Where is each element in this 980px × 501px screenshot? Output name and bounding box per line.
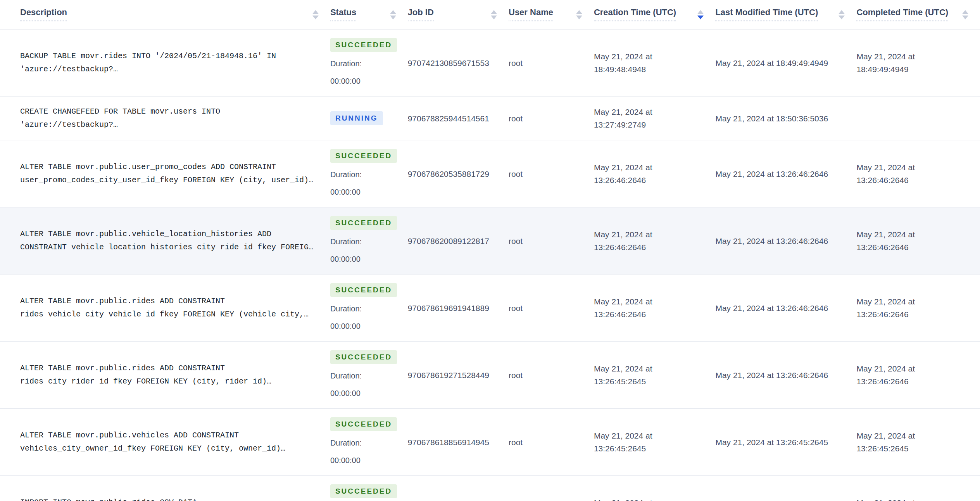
job-duration: Duration: 00:00:00 [330, 437, 396, 467]
job-completed-time: May 21, 2024 at 18:49:49:4949 [856, 50, 980, 76]
job-status-cell: SUCCEEDED Duration: 00:00:00 [330, 38, 408, 88]
job-duration: Duration: 00:00:00 [330, 168, 396, 199]
job-description: CREATE CHANGEFEED FOR TABLE movr.users I… [0, 105, 330, 131]
sort-arrows-icon [491, 10, 497, 19]
job-description: IMPORT INTO movr.public.rides CSV DATA (… [0, 496, 330, 501]
job-id: 970742130859671553 [408, 57, 509, 69]
job-status-cell: SUCCEEDED Duration: 00:00:00 [330, 350, 408, 400]
duration-value: 00:00:00 [330, 253, 396, 266]
job-description: ALTER TABLE movr.public.user_promo_codes… [0, 161, 330, 187]
job-user-name: root [509, 235, 594, 247]
duration-value: 00:00:00 [330, 320, 396, 333]
job-user-name: root [509, 112, 594, 125]
job-user-name: root [509, 436, 594, 449]
job-last-modified-time: May 21, 2024 at 13:26:46:2646 [715, 369, 856, 382]
duration-label: Duration: [330, 370, 396, 382]
column-header-label: Creation Time (UTC) [594, 8, 676, 21]
column-header-label: Last Modified Time (UTC) [715, 8, 818, 21]
job-last-modified-time: May 21, 2024 at 13:26:46:2646 [715, 302, 856, 314]
job-status-cell: SUCCEEDED Duration: 00:00:00 [330, 283, 408, 333]
sort-arrows-icon [839, 10, 845, 19]
job-id: 970678620089122817 [408, 235, 509, 247]
column-header-label: User Name [509, 8, 553, 21]
job-duration: Duration: 00:00:00 [330, 235, 396, 266]
duration-label: Duration: [330, 57, 396, 70]
status-badge: RUNNING [330, 111, 383, 125]
job-completed-time: May 21, 2024 at 13:26:44:2644 [856, 496, 980, 501]
job-description: ALTER TABLE movr.public.vehicle_location… [0, 228, 330, 254]
table-row[interactable]: IMPORT INTO movr.public.rides CSV DATA (… [0, 476, 980, 501]
table-row[interactable]: ALTER TABLE movr.public.rides ADD CONSTR… [0, 342, 980, 409]
job-last-modified-time: May 21, 2024 at 13:26:46:2646 [715, 168, 856, 180]
job-id: 970678825944514561 [408, 112, 509, 125]
status-badge: SUCCEEDED [330, 283, 397, 297]
job-id: 970678619271528449 [408, 369, 509, 382]
duration-value: 00:00:00 [330, 454, 396, 467]
job-last-modified-time: May 21, 2024 at 18:49:49:4949 [715, 57, 856, 69]
job-user-name: root [509, 57, 594, 69]
table-row[interactable]: ALTER TABLE movr.public.vehicles ADD CON… [0, 409, 980, 476]
column-header-label: Status [330, 8, 356, 21]
column-header-last_modified_time[interactable]: Last Modified Time (UTC) [715, 8, 856, 21]
column-header-creation_time[interactable]: Creation Time (UTC) [594, 8, 715, 21]
status-badge: SUCCEEDED [330, 216, 397, 230]
job-completed-time: May 21, 2024 at 13:26:46:2646 [856, 362, 980, 388]
sort-arrows-icon [962, 10, 968, 19]
table-row[interactable]: ALTER TABLE movr.public.vehicle_location… [0, 207, 980, 275]
table-row[interactable]: ALTER TABLE movr.public.rides ADD CONSTR… [0, 275, 980, 342]
job-creation-time: May 21, 2024 at 13:26:43:2643 [594, 496, 715, 501]
job-last-modified-time: May 21, 2024 at 13:26:45:2645 [715, 436, 856, 449]
table-header-row: DescriptionStatusJob IDUser NameCreation… [0, 0, 980, 29]
column-header-label: Completed Time (UTC) [856, 8, 948, 21]
duration-label: Duration: [330, 437, 396, 449]
job-user-name: root [509, 369, 594, 382]
job-duration: Duration: 00:00:00 [330, 57, 396, 88]
job-status-cell: SUCCEEDED Duration: 00:00:00 [330, 216, 408, 266]
job-creation-time: May 21, 2024 at 13:26:46:2646 [594, 161, 715, 187]
job-status-cell: SUCCEEDED Duration: 00:00:00 [330, 417, 408, 467]
job-status-cell: SUCCEEDED Duration: 00:00:00 [330, 484, 408, 501]
job-description: ALTER TABLE movr.public.rides ADD CONSTR… [0, 362, 330, 388]
job-creation-time: May 21, 2024 at 13:26:45:2645 [594, 362, 715, 388]
job-creation-time: May 21, 2024 at 13:26:46:2646 [594, 295, 715, 321]
job-id: 970678620535881729 [408, 168, 509, 180]
column-header-user_name[interactable]: User Name [509, 8, 594, 21]
duration-value: 00:00:00 [330, 186, 396, 199]
job-description: ALTER TABLE movr.public.vehicles ADD CON… [0, 429, 330, 455]
duration-label: Duration: [330, 168, 396, 181]
column-header-description[interactable]: Description [0, 8, 330, 21]
sort-arrows-icon [576, 10, 582, 19]
table-body: BACKUP TABLE movr.rides INTO '/2024/05/2… [0, 29, 980, 501]
job-completed-time: May 21, 2024 at 13:26:46:2646 [856, 161, 980, 187]
job-last-modified-time: May 21, 2024 at 13:26:46:2646 [715, 235, 856, 247]
job-description: ALTER TABLE movr.public.rides ADD CONSTR… [0, 295, 330, 321]
status-badge: SUCCEEDED [330, 38, 397, 52]
job-id: 970678618856914945 [408, 436, 509, 449]
job-creation-time: May 21, 2024 at 18:49:48:4948 [594, 50, 715, 76]
job-duration: Duration: 00:00:00 [330, 370, 396, 400]
duration-value: 00:00:00 [330, 387, 396, 400]
table-row[interactable]: ALTER TABLE movr.public.user_promo_codes… [0, 140, 980, 207]
sort-arrows-icon [390, 10, 396, 19]
job-id: 970678619691941889 [408, 302, 509, 314]
column-header-label: Job ID [408, 8, 434, 21]
job-duration: Duration: 00:00:00 [330, 302, 396, 333]
job-user-name: root [509, 168, 594, 180]
status-badge: SUCCEEDED [330, 149, 397, 163]
column-header-status[interactable]: Status [330, 8, 408, 21]
job-user-name: root [509, 302, 594, 314]
job-last-modified-time: May 21, 2024 at 18:50:36:5036 [715, 112, 856, 125]
duration-value: 00:00:00 [330, 75, 396, 88]
column-header-label: Description [20, 8, 67, 21]
status-badge: SUCCEEDED [330, 484, 397, 498]
table-row[interactable]: BACKUP TABLE movr.rides INTO '/2024/05/2… [0, 29, 980, 97]
column-header-completed_time[interactable]: Completed Time (UTC) [856, 8, 980, 21]
status-badge: SUCCEEDED [330, 417, 397, 431]
sort-arrows-icon [312, 10, 319, 19]
column-header-job_id[interactable]: Job ID [408, 8, 509, 21]
duration-label: Duration: [330, 302, 396, 315]
status-badge: SUCCEEDED [330, 350, 397, 364]
sort-arrows-icon [697, 10, 704, 19]
job-completed-time: May 21, 2024 at 13:26:45:2645 [856, 429, 980, 455]
table-row[interactable]: CREATE CHANGEFEED FOR TABLE movr.users I… [0, 97, 980, 140]
